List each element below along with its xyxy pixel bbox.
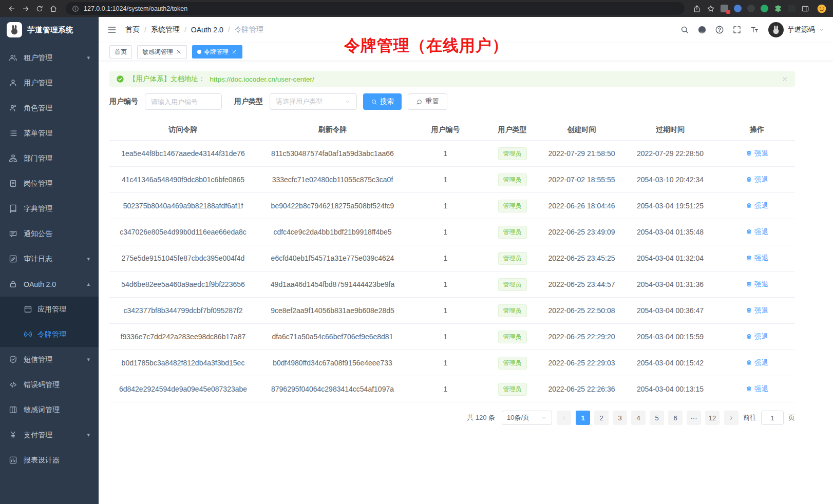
help-icon[interactable] <box>715 25 724 34</box>
force-logout-button[interactable]: 强退 <box>746 358 768 367</box>
delete-icon <box>746 359 752 366</box>
github-icon[interactable] <box>697 25 707 34</box>
share-icon[interactable] <box>691 3 703 14</box>
page-button-5[interactable]: 5 <box>650 411 664 425</box>
reload-icon[interactable] <box>34 3 45 14</box>
tenant-icon <box>9 53 17 62</box>
back-icon[interactable] <box>6 3 17 14</box>
expire-time-cell: 2054-03-04 01:35:48 <box>621 219 719 245</box>
force-logout-button[interactable]: 强退 <box>746 280 768 289</box>
sidebar-item-app-manage[interactable]: 应用管理 <box>0 297 99 322</box>
font-size-icon[interactable] <box>750 25 759 34</box>
user-type-badge: 管理员 <box>498 304 527 317</box>
breadcrumb-item: 令牌管理 <box>235 25 263 34</box>
page-size-value: 10条/页 <box>507 413 529 422</box>
close-icon[interactable] <box>781 75 788 83</box>
extensions-puzzle-icon[interactable] <box>772 3 784 14</box>
reset-button[interactable]: 重置 <box>408 93 447 110</box>
sidebar-item-oauth2[interactable]: OAuth 2.0▴ <box>0 272 99 297</box>
fullscreen-icon[interactable] <box>732 25 742 34</box>
sidebar-item-audit-log[interactable]: 审计日志▾ <box>0 246 99 272</box>
action-cell: 强退 <box>719 324 795 350</box>
sidebar-item-report-designer[interactable]: 报表设计器 <box>0 448 99 473</box>
refresh-icon <box>416 99 423 105</box>
page-button-12[interactable]: 12 <box>705 411 720 425</box>
tab-token-manage[interactable]: 令牌管理 <box>192 45 242 59</box>
force-logout-button[interactable]: 强退 <box>746 254 768 263</box>
tab-home[interactable]: 首页 <box>109 45 132 59</box>
sidebar-item-user[interactable]: 用户管理 <box>0 70 99 95</box>
force-logout-label: 强退 <box>754 358 768 367</box>
breadcrumb-item[interactable]: 首页 <box>125 25 140 34</box>
tab-sensitive-word[interactable]: 敏感词管理 <box>137 45 187 59</box>
sidebar-item-dict[interactable]: 字典管理 <box>0 196 99 221</box>
user-type-badge: 管理员 <box>498 200 527 212</box>
browser-profile-avatar[interactable] <box>817 4 827 14</box>
user-type-select[interactable]: 请选择用户类型 <box>270 93 357 110</box>
prev-page-button[interactable] <box>557 411 571 425</box>
site-info-icon[interactable] <box>71 4 80 13</box>
search-icon[interactable] <box>680 25 689 34</box>
force-logout-button[interactable]: 强退 <box>746 332 768 341</box>
doc-link[interactable]: https://doc.iocoder.cn/user-center/ <box>210 75 314 83</box>
goto-page-input[interactable] <box>761 411 784 425</box>
next-page-button[interactable] <box>724 411 739 425</box>
forward-icon[interactable] <box>20 3 31 14</box>
user-type-cell: 管理员 <box>483 324 542 350</box>
oauth-icon <box>9 280 17 288</box>
goto-label: 前往 <box>743 413 756 422</box>
force-logout-button[interactable]: 强退 <box>746 384 768 394</box>
close-icon[interactable] <box>231 49 237 55</box>
extension-icon[interactable] <box>734 5 742 12</box>
sidebar-item-dept[interactable]: 部门管理 <box>0 146 99 171</box>
extension-badge <box>726 10 730 14</box>
breadcrumb-item[interactable]: 系统管理 <box>151 25 180 34</box>
force-logout-button[interactable]: 强退 <box>746 227 768 237</box>
page-button-4[interactable]: 4 <box>631 411 646 425</box>
force-logout-button[interactable]: 强退 <box>746 306 768 315</box>
sidebar-item-token-manage[interactable]: 令牌管理 <box>0 322 99 347</box>
search-button[interactable]: 搜索 <box>363 93 402 110</box>
home-icon[interactable] <box>48 3 59 14</box>
sidebar-item-error-code[interactable]: 错误码管理 <box>0 372 99 397</box>
extension-icon[interactable] <box>788 5 796 12</box>
bookmark-star-icon[interactable] <box>705 3 716 14</box>
side-panel-icon[interactable] <box>800 3 811 14</box>
chevron-left-icon <box>561 415 567 421</box>
force-logout-button[interactable]: 强退 <box>746 149 768 158</box>
user-menu[interactable]: 芋道源码 <box>768 22 825 37</box>
sidebar-item-tenant[interactable]: 租户管理▾ <box>0 45 99 70</box>
breadcrumb-item[interactable]: OAuth 2.0 <box>191 26 223 34</box>
sidebar-item-role[interactable]: 角色管理 <box>0 95 99 121</box>
extension-icon[interactable] <box>747 5 755 12</box>
hamburger-icon[interactable] <box>107 25 117 35</box>
tab-label: 敏感词管理 <box>142 48 173 56</box>
page-button-2[interactable]: 2 <box>594 411 609 425</box>
main-area: 首页/系统管理/OAuth 2.0/令牌管理 芋道源码 首页敏感词管理令牌管理 … <box>99 17 833 504</box>
force-logout-label: 强退 <box>754 306 768 315</box>
sidebar-item-post[interactable]: 岗位管理 <box>0 171 99 196</box>
more-pages-button[interactable]: ··· <box>687 411 701 425</box>
sidebar-item-notice[interactable]: 通知公告 <box>0 221 99 246</box>
refresh-token-cell: b0df4980ffd34c67a08f9156e4eee733 <box>257 350 408 376</box>
sidebar-item-pay[interactable]: 支付管理▾ <box>0 422 99 448</box>
expire-time-cell: 2022-07-29 22:28:50 <box>621 141 719 167</box>
sidebar-item-menu[interactable]: 菜单管理 <box>0 121 99 146</box>
sidebar-item-sensitive-word[interactable]: 敏感词管理 <box>0 397 99 422</box>
extension-icon[interactable] <box>721 5 728 12</box>
extension-icon[interactable] <box>761 5 768 12</box>
sidebar-item-label: 错误码管理 <box>24 380 90 390</box>
close-icon[interactable] <box>176 49 182 55</box>
sidebar-item-sms[interactable]: 短信管理▾ <box>0 347 99 372</box>
app-logo[interactable]: 芋道管理系统 <box>0 17 99 43</box>
force-logout-button[interactable]: 强退 <box>746 201 768 210</box>
force-logout-button[interactable]: 强退 <box>746 175 768 184</box>
page-size-select[interactable]: 10条/页 <box>502 411 552 425</box>
role-icon <box>9 104 17 112</box>
page-button-1[interactable]: 1 <box>576 411 590 425</box>
page-button-3[interactable]: 3 <box>613 411 627 425</box>
token-table: 访问令牌刷新令牌用户编号用户类型创建时间过期时间操作 1ea5e44f8bc14… <box>109 120 795 402</box>
page-button-6[interactable]: 6 <box>668 411 683 425</box>
url-bar[interactable]: 127.0.0.1:1024/system/oauth2/token <box>66 2 685 15</box>
user-id-input[interactable] <box>145 93 222 110</box>
